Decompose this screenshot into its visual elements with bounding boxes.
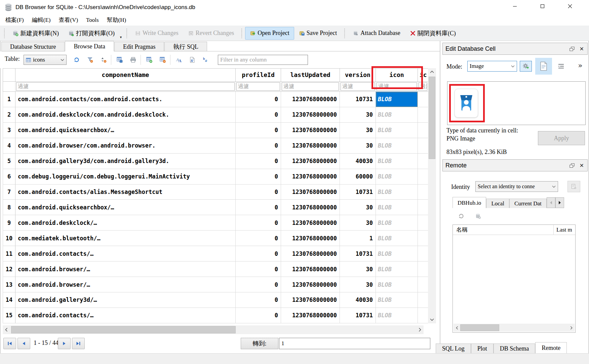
cell-componentName[interactable]: com.android.gallery3d/com.android.galler… — [15, 154, 236, 169]
tab-edit-pragmas[interactable]: Edit Pragmas — [114, 42, 164, 51]
panel-splitter[interactable] — [440, 41, 440, 353]
cell-version[interactable]: 30 — [340, 138, 376, 154]
cell-profileId[interactable]: 0 — [236, 246, 281, 261]
cell-version[interactable]: 10731 — [340, 92, 376, 107]
cell-icon-blob[interactable]: BLOB — [376, 123, 418, 138]
cell-truncated[interactable] — [418, 92, 428, 107]
cell-version[interactable]: 40030 — [340, 154, 376, 169]
remote-list-horizontal-scrollbar[interactable] — [454, 324, 575, 332]
cell-profileId[interactable]: 0 — [236, 154, 281, 169]
tab-browse-data[interactable]: Browse Data — [65, 41, 114, 51]
cell-profileId[interactable]: 0 — [236, 169, 281, 185]
word-wrap-button[interactable] — [557, 63, 565, 70]
close-panel-icon[interactable]: ✕ — [580, 162, 584, 169]
table-horizontal-scrollbar[interactable] — [3, 325, 424, 334]
toolbar-handle[interactable] — [126, 28, 128, 38]
insert-record-icon[interactable] — [145, 55, 154, 64]
scroll-up-icon[interactable] — [428, 68, 436, 76]
cell-version[interactable]: 40030 — [340, 292, 376, 308]
cell-truncated[interactable] — [418, 123, 428, 138]
scroll-right-icon[interactable] — [568, 324, 575, 332]
filter-profileId-input[interactable]: 過濾 — [236, 82, 280, 91]
cell-componentName[interactable]: com.android.contacts/… — [15, 246, 236, 261]
cell-profileId[interactable]: 0 — [236, 185, 281, 200]
cell-icon-blob[interactable]: BLOB — [376, 138, 418, 154]
scroll-left-icon[interactable] — [454, 324, 460, 332]
menu-file[interactable]: 檔案(F) — [1, 15, 28, 25]
cell-truncated[interactable] — [418, 200, 428, 215]
cell-truncated[interactable] — [418, 138, 428, 154]
cell-profileId[interactable]: 0 — [236, 215, 281, 231]
cell-icon-blob[interactable]: BLOB — [376, 308, 418, 323]
tab-execute-sql[interactable]: 執行 SQL — [164, 42, 207, 51]
cell-profileId[interactable]: 0 — [236, 261, 281, 277]
cell-componentName[interactable]: com.android.gallery3d/… — [15, 292, 236, 308]
mode-select[interactable]: Image — [467, 61, 517, 72]
tab-plot[interactable]: Plot — [471, 343, 494, 353]
import-export-button[interactable] — [520, 61, 532, 72]
scroll-left-icon[interactable] — [3, 325, 10, 334]
cell-lastUpdated[interactable]: 1230768000000 — [281, 231, 340, 246]
cell-componentName[interactable]: com.mediatek.bluetooth/… — [15, 231, 236, 246]
column-header-version[interactable]: version — [340, 69, 376, 82]
cell-componentName[interactable]: com.android.contacts/… — [15, 308, 236, 323]
cell-profileId[interactable]: 0 — [236, 123, 281, 138]
scroll-down-icon[interactable] — [428, 316, 436, 323]
cell-componentName[interactable]: com.android.contacts/com.android.contact… — [15, 92, 236, 107]
cell-profileId[interactable]: 0 — [236, 92, 281, 107]
cell-version[interactable]: 30 — [340, 215, 376, 231]
cell-componentName[interactable]: com.android.browser/… — [15, 261, 236, 277]
menu-view[interactable]: 查看(V) — [55, 15, 82, 25]
goto-row-input[interactable] — [279, 338, 430, 349]
filter-componentName-input[interactable]: 過濾 — [16, 82, 235, 91]
cell-truncated[interactable] — [418, 231, 428, 246]
cell-lastUpdated[interactable]: 1230768000000 — [281, 123, 340, 138]
close-database-button[interactable]: 關閉資料庫(C) — [405, 27, 461, 40]
cell-version[interactable]: 30 — [340, 261, 376, 277]
tab-dbhub[interactable]: DBHub.io — [453, 197, 486, 208]
cell-lastUpdated[interactable]: 1230768000000 — [281, 277, 340, 292]
cell-version[interactable]: 10731 — [340, 185, 376, 200]
tab-local[interactable]: Local — [486, 199, 509, 208]
cell-icon-blob[interactable]: BLOB — [376, 261, 418, 277]
table-select[interactable]: icons — [24, 55, 67, 65]
cell-icon-blob[interactable]: BLOB — [376, 292, 418, 308]
cell-truncated[interactable] — [418, 154, 428, 169]
cell-truncated[interactable] — [418, 169, 428, 185]
menu-help[interactable]: 幫助(H) — [103, 15, 130, 25]
cell-icon-blob[interactable]: BLOB — [376, 215, 418, 231]
more-tools-icon[interactable]: » — [576, 60, 585, 71]
cell-profileId[interactable]: 0 — [236, 308, 281, 323]
cell-lastUpdated[interactable]: 1230768000000 — [281, 246, 340, 261]
close-button[interactable] — [562, 0, 578, 13]
cell-truncated[interactable] — [418, 185, 428, 200]
cell-lastUpdated[interactable]: 1230768000000 — [281, 292, 340, 308]
tab-current-database[interactable]: Current Dat — [509, 199, 547, 208]
cell-truncated[interactable] — [418, 107, 428, 123]
cell-truncated[interactable] — [418, 277, 428, 292]
cell-icon-blob[interactable]: BLOB — [376, 246, 418, 261]
print-icon[interactable] — [128, 55, 138, 64]
goto-button[interactable]: 轉到: — [241, 338, 278, 349]
attach-database-button[interactable]: Attach Database — [348, 27, 405, 40]
cell-icon-blob[interactable]: BLOB — [376, 107, 418, 123]
cell-truncated[interactable] — [418, 215, 428, 231]
filter-lastUpdated-input[interactable]: 過濾 — [282, 82, 339, 91]
tab-db-schema[interactable]: DB Schema — [494, 343, 535, 353]
refresh-icon[interactable] — [72, 55, 81, 64]
cell-componentName[interactable]: com.android.browser/com.android.browser. — [15, 138, 236, 154]
scroll-right-icon[interactable] — [416, 325, 424, 334]
cell-componentName[interactable]: com.android.quicksearchbox/… — [15, 123, 236, 138]
previous-page-button[interactable] — [17, 338, 30, 349]
cell-profileId[interactable]: 0 — [236, 277, 281, 292]
cell-lastUpdated[interactable]: 1230768000000 — [281, 154, 340, 169]
column-header-componentName[interactable]: componentName — [15, 69, 236, 82]
cell-componentName[interactable]: com.android.quicksearchbox/… — [15, 200, 236, 215]
toolbar-handle[interactable] — [241, 28, 243, 38]
cell-truncated[interactable] — [418, 246, 428, 261]
cell-version[interactable]: 1 — [340, 231, 376, 246]
cell-icon-blob[interactable]: BLOB — [376, 200, 418, 215]
text-mode-button[interactable] — [535, 58, 552, 75]
toolbar-handle[interactable] — [4, 28, 5, 38]
cell-version[interactable]: 30 — [340, 123, 376, 138]
